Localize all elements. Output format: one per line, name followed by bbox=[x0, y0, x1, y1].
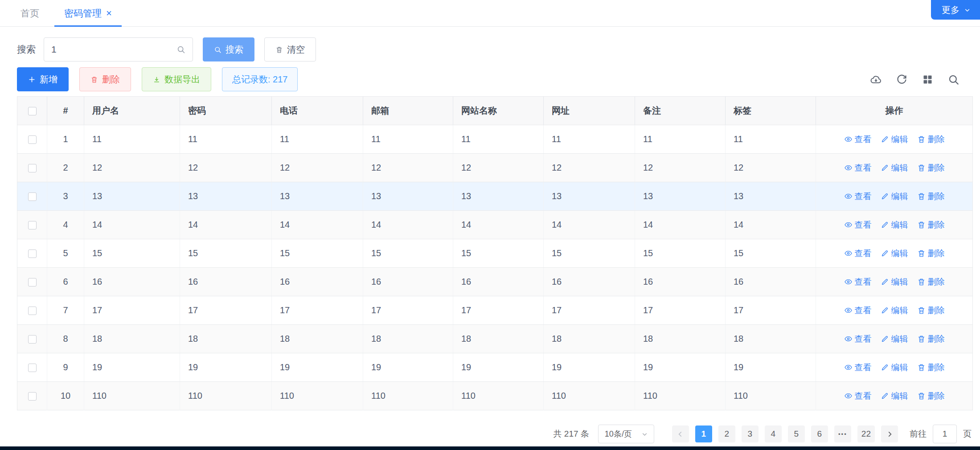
view-link[interactable]: 查看 bbox=[844, 362, 872, 373]
page-button-22[interactable]: 22 bbox=[857, 425, 875, 442]
table-cell: 11 bbox=[453, 125, 544, 154]
edit-link[interactable]: 编辑 bbox=[881, 390, 908, 402]
table-cell: 16 bbox=[272, 268, 363, 296]
tab-home[interactable]: 首页 bbox=[8, 0, 52, 26]
trash-icon bbox=[917, 392, 926, 400]
table-row: 61616161616161616查看编辑删除 bbox=[17, 268, 973, 296]
table-cell: 15 bbox=[363, 239, 453, 268]
row-index: 8 bbox=[47, 325, 84, 353]
edit-link[interactable]: 编辑 bbox=[881, 134, 908, 145]
view-link[interactable]: 查看 bbox=[844, 134, 872, 145]
row-checkbox[interactable] bbox=[28, 250, 37, 258]
row-checkbox[interactable] bbox=[28, 392, 37, 401]
page-button-4[interactable]: 4 bbox=[765, 425, 782, 442]
table-cell: 13 bbox=[635, 182, 726, 211]
cloud-download-button[interactable] bbox=[866, 70, 886, 89]
table-cell: 11 bbox=[544, 125, 635, 154]
select-all-cell bbox=[17, 97, 47, 125]
select-all-checkbox[interactable] bbox=[28, 107, 37, 115]
magnifier-button[interactable] bbox=[943, 70, 963, 89]
clear-button[interactable]: 清空 bbox=[264, 37, 316, 61]
delete-link[interactable]: 删除 bbox=[917, 134, 945, 145]
add-button[interactable]: 新增 bbox=[17, 67, 69, 91]
row-checkbox[interactable] bbox=[28, 278, 37, 286]
edit-link[interactable]: 编辑 bbox=[881, 162, 908, 174]
table-cell: 13 bbox=[726, 182, 816, 211]
table-cell: 14 bbox=[272, 211, 363, 239]
delete-link[interactable]: 删除 bbox=[917, 305, 945, 316]
export-button[interactable]: 数据导出 bbox=[142, 67, 211, 91]
edit-link[interactable]: 编辑 bbox=[881, 276, 908, 288]
edit-link[interactable]: 编辑 bbox=[881, 219, 908, 231]
search-input[interactable] bbox=[51, 44, 172, 55]
tab-close-icon[interactable]: × bbox=[106, 8, 112, 18]
total-count-text: 共 217 条 bbox=[554, 428, 589, 440]
delete-link[interactable]: 删除 bbox=[917, 333, 945, 345]
edit-link[interactable]: 编辑 bbox=[881, 305, 908, 316]
delete-link[interactable]: 删除 bbox=[917, 191, 945, 202]
delete-link[interactable]: 删除 bbox=[917, 219, 945, 231]
delete-link[interactable]: 删除 bbox=[917, 276, 945, 288]
prev-page-button[interactable] bbox=[672, 425, 689, 442]
table-cell: 14 bbox=[544, 211, 635, 239]
delete-link[interactable]: 删除 bbox=[917, 162, 945, 174]
row-checkbox[interactable] bbox=[28, 307, 37, 315]
table-cell: 17 bbox=[635, 296, 726, 325]
delete-button[interactable]: 删除 bbox=[79, 67, 131, 91]
table-cell: 18 bbox=[726, 325, 816, 353]
row-checkbox[interactable] bbox=[28, 364, 37, 372]
trash-icon bbox=[917, 278, 926, 286]
table-cell: 16 bbox=[726, 268, 816, 296]
more-button[interactable]: 更多 bbox=[931, 0, 980, 20]
view-link[interactable]: 查看 bbox=[844, 305, 872, 316]
view-link[interactable]: 查看 bbox=[844, 162, 872, 174]
delete-link[interactable]: 删除 bbox=[917, 362, 945, 373]
tab-password-management[interactable]: 密码管理 × bbox=[52, 0, 124, 26]
page-button-3[interactable]: 3 bbox=[742, 425, 759, 442]
view-link[interactable]: 查看 bbox=[844, 219, 872, 231]
eye-icon bbox=[844, 363, 853, 372]
refresh-button[interactable] bbox=[892, 70, 911, 89]
more-pages-button[interactable]: ••• bbox=[834, 425, 851, 442]
column-header: 邮箱 bbox=[363, 97, 453, 125]
table-cell: 16 bbox=[180, 268, 272, 296]
table-cell: 12 bbox=[453, 154, 544, 182]
table-cell: 15 bbox=[453, 239, 544, 268]
view-link[interactable]: 查看 bbox=[844, 390, 872, 402]
delete-link[interactable]: 删除 bbox=[917, 248, 945, 259]
next-page-button[interactable] bbox=[881, 425, 898, 442]
goto-unit-label: 页 bbox=[963, 428, 972, 440]
edit-link[interactable]: 编辑 bbox=[881, 248, 908, 259]
table-cell: 14 bbox=[726, 211, 816, 239]
table-cell: 12 bbox=[84, 154, 180, 182]
edit-link[interactable]: 编辑 bbox=[881, 362, 908, 373]
table-cell: 12 bbox=[180, 154, 272, 182]
page-size-select[interactable]: 10条/页 bbox=[598, 425, 654, 443]
page-button-1[interactable]: 1 bbox=[695, 425, 712, 442]
row-checkbox[interactable] bbox=[28, 221, 37, 229]
row-checkbox-cell bbox=[17, 268, 47, 296]
page-button-6[interactable]: 6 bbox=[811, 425, 828, 442]
row-checkbox[interactable] bbox=[28, 192, 37, 201]
table-cell: 12 bbox=[635, 154, 726, 182]
view-link[interactable]: 查看 bbox=[844, 191, 872, 202]
page-button-5[interactable]: 5 bbox=[788, 425, 805, 442]
view-link[interactable]: 查看 bbox=[844, 276, 872, 288]
row-checkbox[interactable] bbox=[28, 335, 37, 344]
page-button-2[interactable]: 2 bbox=[718, 425, 735, 442]
row-checkbox[interactable] bbox=[28, 135, 37, 144]
row-checkbox-cell bbox=[17, 239, 47, 268]
edit-link[interactable]: 编辑 bbox=[881, 333, 908, 345]
goto-page-input[interactable] bbox=[933, 425, 957, 443]
row-checkbox[interactable] bbox=[28, 164, 37, 172]
table-cell: 12 bbox=[544, 154, 635, 182]
search-icon bbox=[176, 45, 185, 54]
view-link[interactable]: 查看 bbox=[844, 333, 872, 345]
table-cell: 16 bbox=[453, 268, 544, 296]
grid-button[interactable] bbox=[918, 70, 937, 89]
search-button[interactable]: 搜索 bbox=[203, 37, 254, 61]
view-link[interactable]: 查看 bbox=[844, 248, 872, 259]
edit-link[interactable]: 编辑 bbox=[881, 191, 908, 202]
row-actions: 查看编辑删除 bbox=[816, 268, 973, 296]
delete-link[interactable]: 删除 bbox=[917, 390, 945, 402]
